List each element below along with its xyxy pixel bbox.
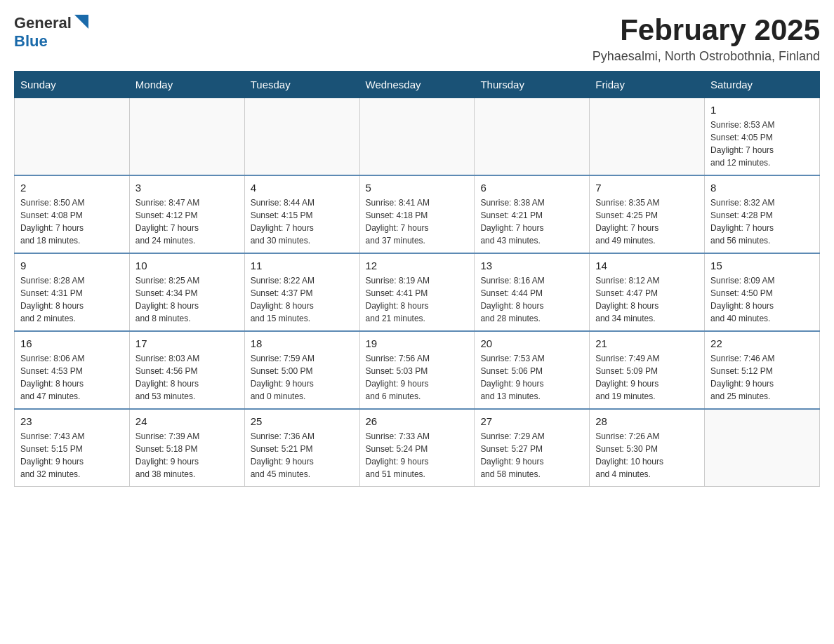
day-info: Sunrise: 7:26 AM Sunset: 5:30 PM Dayligh… [595, 430, 699, 481]
day-info: Sunrise: 8:47 AM Sunset: 4:12 PM Dayligh… [135, 196, 239, 247]
calendar-week-row: 23Sunrise: 7:43 AM Sunset: 5:15 PM Dayli… [15, 409, 820, 487]
month-year-title: February 2025 [593, 14, 820, 46]
calendar-header-wednesday: Wednesday [359, 72, 475, 98]
calendar-day-cell: 15Sunrise: 8:09 AM Sunset: 4:50 PM Dayli… [705, 253, 820, 331]
day-info: Sunrise: 7:39 AM Sunset: 5:18 PM Dayligh… [135, 430, 239, 481]
day-info: Sunrise: 8:16 AM Sunset: 4:44 PM Dayligh… [480, 274, 583, 325]
day-number: 18 [251, 337, 354, 349]
day-number: 27 [480, 415, 583, 427]
day-info: Sunrise: 8:19 AM Sunset: 4:41 PM Dayligh… [366, 274, 469, 325]
day-info: Sunrise: 8:32 AM Sunset: 4:28 PM Dayligh… [710, 196, 814, 247]
day-number: 4 [251, 182, 354, 194]
calendar-day-cell: 22Sunrise: 7:46 AM Sunset: 5:12 PM Dayli… [705, 331, 820, 409]
calendar-day-cell: 4Sunrise: 8:44 AM Sunset: 4:15 PM Daylig… [244, 175, 359, 253]
day-info: Sunrise: 7:53 AM Sunset: 5:06 PM Dayligh… [480, 352, 583, 403]
calendar-day-cell: 5Sunrise: 8:41 AM Sunset: 4:18 PM Daylig… [359, 175, 475, 253]
calendar-day-cell [705, 409, 820, 487]
day-number: 17 [135, 337, 239, 349]
day-info: Sunrise: 8:38 AM Sunset: 4:21 PM Dayligh… [480, 196, 583, 247]
day-number: 8 [710, 182, 814, 194]
day-number: 21 [595, 337, 699, 349]
day-number: 7 [595, 182, 699, 194]
calendar-day-cell: 1Sunrise: 8:53 AM Sunset: 4:05 PM Daylig… [705, 98, 820, 176]
calendar-day-cell: 28Sunrise: 7:26 AM Sunset: 5:30 PM Dayli… [590, 409, 705, 487]
day-number: 16 [20, 337, 124, 349]
calendar-day-cell: 3Sunrise: 8:47 AM Sunset: 4:12 PM Daylig… [129, 175, 244, 253]
calendar-day-cell: 9Sunrise: 8:28 AM Sunset: 4:31 PM Daylig… [15, 253, 130, 331]
day-info: Sunrise: 7:56 AM Sunset: 5:03 PM Dayligh… [366, 352, 469, 403]
logo-arrow-icon [74, 15, 88, 32]
calendar-week-row: 2Sunrise: 8:50 AM Sunset: 4:08 PM Daylig… [15, 175, 820, 253]
logo: General Blue [14, 14, 88, 51]
calendar-day-cell: 27Sunrise: 7:29 AM Sunset: 5:27 PM Dayli… [475, 409, 590, 487]
day-info: Sunrise: 7:46 AM Sunset: 5:12 PM Dayligh… [710, 352, 814, 403]
day-number: 1 [710, 104, 814, 116]
calendar-day-cell [475, 98, 590, 176]
day-number: 12 [366, 260, 469, 271]
calendar-day-cell [129, 98, 244, 176]
calendar-header-thursday: Thursday [475, 72, 590, 98]
calendar-day-cell: 21Sunrise: 7:49 AM Sunset: 5:09 PM Dayli… [590, 331, 705, 409]
calendar-day-cell [590, 98, 705, 176]
calendar-day-cell: 10Sunrise: 8:25 AM Sunset: 4:34 PM Dayli… [129, 253, 244, 331]
calendar-header-friday: Friday [590, 72, 705, 98]
day-number: 11 [251, 260, 354, 271]
day-number: 26 [366, 415, 469, 427]
day-number: 14 [595, 260, 699, 271]
day-info: Sunrise: 7:59 AM Sunset: 5:00 PM Dayligh… [251, 352, 354, 403]
svg-marker-0 [74, 15, 88, 29]
calendar-header-tuesday: Tuesday [244, 72, 359, 98]
calendar-week-row: 16Sunrise: 8:06 AM Sunset: 4:53 PM Dayli… [15, 331, 820, 409]
day-info: Sunrise: 8:41 AM Sunset: 4:18 PM Dayligh… [366, 196, 469, 247]
day-number: 22 [710, 337, 814, 349]
calendar-day-cell: 25Sunrise: 7:36 AM Sunset: 5:21 PM Dayli… [244, 409, 359, 487]
page-header: General Blue February 2025 Pyhaesalmi, N… [14, 14, 820, 64]
calendar-day-cell: 20Sunrise: 7:53 AM Sunset: 5:06 PM Dayli… [475, 331, 590, 409]
calendar-header-sunday: Sunday [15, 72, 130, 98]
day-number: 10 [135, 260, 239, 271]
day-number: 25 [251, 415, 354, 427]
calendar-day-cell: 11Sunrise: 8:22 AM Sunset: 4:37 PM Dayli… [244, 253, 359, 331]
calendar-day-cell: 14Sunrise: 8:12 AM Sunset: 4:47 PM Dayli… [590, 253, 705, 331]
day-info: Sunrise: 7:36 AM Sunset: 5:21 PM Dayligh… [251, 430, 354, 481]
day-number: 3 [135, 182, 239, 194]
calendar-day-cell: 24Sunrise: 7:39 AM Sunset: 5:18 PM Dayli… [129, 409, 244, 487]
calendar-week-row: 1Sunrise: 8:53 AM Sunset: 4:05 PM Daylig… [15, 98, 820, 176]
day-number: 19 [366, 337, 469, 349]
calendar-day-cell: 12Sunrise: 8:19 AM Sunset: 4:41 PM Dayli… [359, 253, 475, 331]
calendar-day-cell [15, 98, 130, 176]
day-number: 6 [480, 182, 583, 194]
location-subtitle: Pyhaesalmi, North Ostrobothnia, Finland [593, 49, 820, 64]
day-number: 24 [135, 415, 239, 427]
day-number: 13 [480, 260, 583, 271]
day-info: Sunrise: 8:25 AM Sunset: 4:34 PM Dayligh… [135, 274, 239, 325]
day-info: Sunrise: 8:35 AM Sunset: 4:25 PM Dayligh… [595, 196, 699, 247]
day-number: 23 [20, 415, 124, 427]
day-info: Sunrise: 8:22 AM Sunset: 4:37 PM Dayligh… [251, 274, 354, 325]
calendar-day-cell: 26Sunrise: 7:33 AM Sunset: 5:24 PM Dayli… [359, 409, 475, 487]
day-info: Sunrise: 8:12 AM Sunset: 4:47 PM Dayligh… [595, 274, 699, 325]
day-info: Sunrise: 7:33 AM Sunset: 5:24 PM Dayligh… [366, 430, 469, 481]
day-number: 20 [480, 337, 583, 349]
day-number: 28 [595, 415, 699, 427]
calendar-week-row: 9Sunrise: 8:28 AM Sunset: 4:31 PM Daylig… [15, 253, 820, 331]
calendar-day-cell [359, 98, 475, 176]
calendar-table: SundayMondayTuesdayWednesdayThursdayFrid… [14, 71, 820, 487]
day-number: 5 [366, 182, 469, 194]
day-number: 9 [20, 260, 124, 271]
calendar-day-cell: 16Sunrise: 8:06 AM Sunset: 4:53 PM Dayli… [15, 331, 130, 409]
calendar-day-cell: 17Sunrise: 8:03 AM Sunset: 4:56 PM Dayli… [129, 331, 244, 409]
day-info: Sunrise: 7:29 AM Sunset: 5:27 PM Dayligh… [480, 430, 583, 481]
title-block: February 2025 Pyhaesalmi, North Ostrobot… [593, 14, 820, 64]
day-info: Sunrise: 8:28 AM Sunset: 4:31 PM Dayligh… [20, 274, 124, 325]
day-info: Sunrise: 7:43 AM Sunset: 5:15 PM Dayligh… [20, 430, 124, 481]
calendar-day-cell: 13Sunrise: 8:16 AM Sunset: 4:44 PM Dayli… [475, 253, 590, 331]
calendar-header-saturday: Saturday [705, 72, 820, 98]
day-info: Sunrise: 7:49 AM Sunset: 5:09 PM Dayligh… [595, 352, 699, 403]
logo-general: General [14, 14, 72, 32]
day-number: 2 [20, 182, 124, 194]
day-info: Sunrise: 8:53 AM Sunset: 4:05 PM Dayligh… [710, 119, 814, 169]
calendar-day-cell: 19Sunrise: 7:56 AM Sunset: 5:03 PM Dayli… [359, 331, 475, 409]
day-info: Sunrise: 8:03 AM Sunset: 4:56 PM Dayligh… [135, 352, 239, 403]
day-number: 15 [710, 260, 814, 271]
